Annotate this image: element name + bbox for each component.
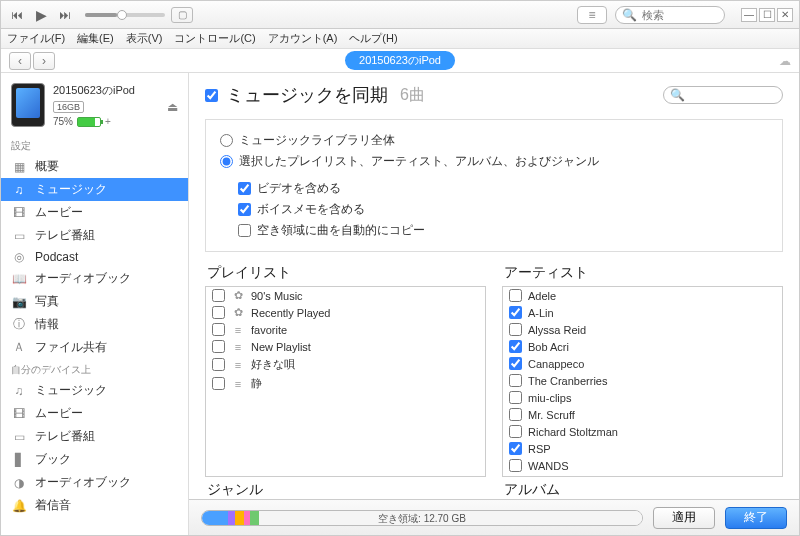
sidebar-item[interactable]: ▋ブック xyxy=(1,448,188,471)
battery-icon xyxy=(77,117,101,127)
artist-label: Bob Acri xyxy=(528,341,569,353)
next-button[interactable]: ⏭ xyxy=(55,5,75,25)
device-bar: ‹ › 20150623のiPod ☁ xyxy=(1,49,799,73)
content-search[interactable]: 🔍 xyxy=(663,86,783,104)
forward-button[interactable]: › xyxy=(33,52,55,70)
artist-label: The Cranberries xyxy=(528,375,607,387)
sidebar-item[interactable]: ◑オーディオブック xyxy=(1,471,188,494)
artist-label: A-Lin xyxy=(528,307,554,319)
opt-include-voicememo[interactable]: ボイスメモを含める xyxy=(220,199,768,220)
artist-row[interactable]: WANDS xyxy=(503,457,782,474)
device-capacity: 16GB xyxy=(53,101,84,113)
sidebar-item[interactable]: ♫ミュージック xyxy=(1,379,188,402)
artist-row[interactable]: Alyssa Reid xyxy=(503,321,782,338)
opt-entire-library[interactable]: ミュージックライブラリ全体 xyxy=(220,130,768,151)
done-button[interactable]: 終了 xyxy=(725,507,787,529)
volume-slider[interactable] xyxy=(85,13,165,17)
opt-selected-items[interactable]: 選択したプレイリスト、アーティスト、アルバム、およびジャンル xyxy=(220,151,768,172)
artist-row[interactable]: Canappeco xyxy=(503,355,782,372)
apply-button[interactable]: 適用 xyxy=(653,507,715,529)
sync-options: ミュージックライブラリ全体 選択したプレイリスト、アーティスト、アルバム、および… xyxy=(205,119,783,252)
artist-label: miu-clips xyxy=(528,392,571,404)
sidebar-item-label: 概要 xyxy=(35,158,59,175)
sidebar-item[interactable]: ◎Podcast xyxy=(1,247,188,267)
list-view-button[interactable]: ≡ xyxy=(577,6,607,24)
sidebar-item-icon: 📖 xyxy=(11,272,27,286)
sidebar-item[interactable]: 📷写真 xyxy=(1,290,188,313)
menu-item[interactable]: ヘルプ(H) xyxy=(349,31,397,46)
artist-row[interactable]: The Cranberries xyxy=(503,372,782,389)
playlist-row[interactable]: ✿90's Music xyxy=(206,287,485,304)
sidebar-item[interactable]: 🎞ムービー xyxy=(1,201,188,224)
search-input[interactable]: 🔍 xyxy=(615,6,725,24)
playlist-row[interactable]: ≡好きな唄 xyxy=(206,355,485,374)
maximize-button[interactable]: ☐ xyxy=(759,8,775,22)
sidebar-item-icon: ▦ xyxy=(11,160,27,174)
playlist-row[interactable]: ≡favorite xyxy=(206,321,485,338)
artist-row[interactable]: RSP xyxy=(503,440,782,457)
genres-header: ジャンル xyxy=(207,481,484,499)
sidebar-item[interactable]: ▦概要 xyxy=(1,155,188,178)
sync-music-checkbox[interactable] xyxy=(205,89,218,102)
device-thumbnail xyxy=(11,83,45,127)
artist-row[interactable]: miu-clips xyxy=(503,389,782,406)
artist-row[interactable]: Adele xyxy=(503,287,782,304)
sidebar-item[interactable]: ⓘ情報 xyxy=(1,313,188,336)
back-button[interactable]: ‹ xyxy=(9,52,31,70)
sidebar-item[interactable]: ▭テレビ番組 xyxy=(1,224,188,247)
artist-row[interactable]: Bob Acri xyxy=(503,338,782,355)
footer: 空き領域: 12.70 GB 適用 終了 xyxy=(189,499,799,535)
playlist-row[interactable]: ≡静 xyxy=(206,374,485,393)
artist-label: Alyssa Reid xyxy=(528,324,586,336)
sidebar-item[interactable]: 🎞ムービー xyxy=(1,402,188,425)
artist-label: RSP xyxy=(528,443,551,455)
sync-count: 6曲 xyxy=(400,85,425,106)
opt-auto-fill[interactable]: 空き領域に曲を自動的にコピー xyxy=(220,220,768,241)
artists-list[interactable]: AdeleA-LinAlyssa ReidBob AcriCanappecoTh… xyxy=(502,286,783,477)
artist-row[interactable]: Mr. Scruff xyxy=(503,406,782,423)
opt-include-video[interactable]: ビデオを含める xyxy=(220,178,768,199)
artist-row[interactable]: Richard Stoltzman xyxy=(503,423,782,440)
playlists-list[interactable]: ✿90's Music✿Recently Played≡favorite≡New… xyxy=(205,286,486,477)
menu-item[interactable]: 編集(E) xyxy=(77,31,114,46)
close-button[interactable]: ✕ xyxy=(777,8,793,22)
eject-icon[interactable]: ⏏ xyxy=(167,100,178,114)
playlist-row[interactable]: ≡New Playlist xyxy=(206,338,485,355)
sidebar-item-icon: ♫ xyxy=(11,384,27,398)
capacity-bar: 空き領域: 12.70 GB xyxy=(201,510,643,526)
menu-item[interactable]: アカウント(A) xyxy=(268,31,338,46)
sync-title: ミュージックを同期 xyxy=(226,83,388,107)
menu-item[interactable]: ファイル(F) xyxy=(7,31,65,46)
device-pill[interactable]: 20150623のiPod xyxy=(345,51,455,70)
albums-header: アルバム xyxy=(504,481,781,499)
battery-pct: 75% xyxy=(53,116,73,127)
prev-button[interactable]: ⏮ xyxy=(7,5,27,25)
minimize-button[interactable]: — xyxy=(741,8,757,22)
sidebar: 20150623のiPod 16GB ⏏ 75% + 設定 ▦概要♫ミュージック… xyxy=(1,73,189,535)
sidebar-item-icon: Ａ xyxy=(11,339,27,356)
main-content: ミュージックを同期 6曲 🔍 ミュージックライブラリ全体 選択したプレイリスト、… xyxy=(189,73,799,535)
playlist-row[interactable]: ✿Recently Played xyxy=(206,304,485,321)
device-summary: 20150623のiPod 16GB ⏏ 75% + xyxy=(1,79,188,135)
sidebar-item[interactable]: ♫ミュージック xyxy=(1,178,188,201)
sidebar-item[interactable]: 📖オーディオブック xyxy=(1,267,188,290)
sidebar-item-label: 情報 xyxy=(35,316,59,333)
sidebar-item-icon: ♫ xyxy=(11,183,27,197)
sidebar-item[interactable]: ▭テレビ番組 xyxy=(1,425,188,448)
airplay-button[interactable]: ▢ xyxy=(171,7,193,23)
menu-item[interactable]: 表示(V) xyxy=(126,31,163,46)
free-space-text: 空き領域: 12.70 GB xyxy=(202,512,642,526)
menu-item[interactable]: コントロール(C) xyxy=(174,31,255,46)
sidebar-item-icon: 📷 xyxy=(11,295,27,309)
artist-label: Adele xyxy=(528,290,556,302)
sidebar-item[interactable]: 🔔着信音 xyxy=(1,494,188,517)
sidebar-header-ondevice: 自分のデバイス上 xyxy=(1,359,188,379)
sidebar-item-label: ブック xyxy=(35,451,71,468)
play-button[interactable]: ▶ xyxy=(31,5,51,25)
cloud-icon[interactable]: ☁ xyxy=(779,54,791,68)
artist-row[interactable]: A-Lin xyxy=(503,304,782,321)
artist-label: Canappeco xyxy=(528,358,584,370)
sidebar-item[interactable]: Ａファイル共有 xyxy=(1,336,188,359)
artist-label: Richard Stoltzman xyxy=(528,426,618,438)
sidebar-item-label: テレビ番組 xyxy=(35,227,95,244)
